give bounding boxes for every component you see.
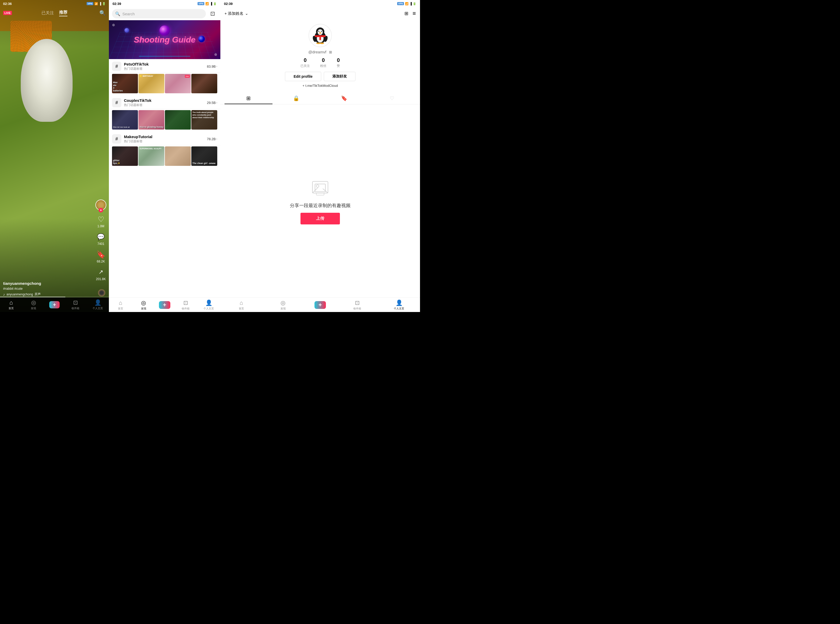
tab-following[interactable]: 已关注 bbox=[42, 10, 54, 16]
followers-stat[interactable]: 0 粉丝 bbox=[320, 57, 326, 68]
following-stat[interactable]: 0 已关注 bbox=[300, 57, 310, 68]
search-nav-inbox[interactable]: ⊡ 收件箱 bbox=[178, 300, 193, 310]
like-action[interactable]: ♡ 1.0M bbox=[96, 215, 105, 228]
profile-menu-icon[interactable]: ≡ bbox=[413, 10, 416, 17]
hashtag-count-makeup: 78.2B › bbox=[207, 137, 217, 141]
profile-nav-plus[interactable]: + bbox=[314, 301, 326, 309]
search-nav-home[interactable]: ⌂ 首页 bbox=[113, 300, 128, 310]
comment-action[interactable]: 💬 7401 bbox=[96, 232, 105, 246]
search-nav-discover[interactable]: ◎ 发现 bbox=[136, 300, 152, 310]
thumb-pets-1: Max ate 3 batteries bbox=[112, 74, 138, 93]
hashtag-sub-pets: 热门话题标签 bbox=[124, 66, 207, 71]
search-input-wrap[interactable]: 🔍 Search bbox=[112, 9, 206, 19]
profile-nav-me[interactable]: 👤 个人主页 bbox=[388, 300, 409, 310]
feed-nav-profile[interactable]: 👤 个人主页 bbox=[91, 299, 104, 310]
share-count: 201.8K bbox=[96, 277, 106, 281]
music-disc bbox=[98, 289, 105, 297]
feed-nav-home[interactable]: ⌂ 首页 bbox=[5, 299, 18, 310]
vpn-badge: VPN bbox=[87, 2, 94, 5]
creator-avatar-wrap[interactable]: + bbox=[95, 199, 106, 210]
follow-plus-icon[interactable]: + bbox=[99, 208, 103, 213]
thumb-her-badge: Her bbox=[185, 75, 190, 78]
search-bar-row: 🔍 Search ⊡ bbox=[109, 7, 220, 20]
search-battery: 🔋 bbox=[213, 2, 217, 5]
profile-share-icon[interactable]: ⊞ bbox=[404, 11, 408, 16]
chevron-right-icon: › bbox=[216, 65, 217, 68]
add-name-button[interactable]: + 添加姓名 ⌄ bbox=[224, 11, 248, 16]
lock-icon: 🔒 bbox=[293, 95, 299, 101]
feed-username: tianyuanmengchong bbox=[3, 281, 93, 286]
pets-thumb-grid: Max ate 3 batteries ⭐ BIRTHDAY Her bbox=[109, 74, 220, 93]
tab-liked[interactable]: 🔖 bbox=[320, 93, 368, 104]
battery-icon: 🔋 bbox=[102, 2, 106, 5]
profile-signal: 📶 bbox=[405, 2, 408, 5]
bookmark-count: 68.2K bbox=[97, 259, 105, 263]
s-compass-icon: ◎ bbox=[141, 300, 146, 306]
profile-nav-home[interactable]: ⌂ 首页 bbox=[231, 300, 252, 310]
hashtag-sub-couples: 热门话题标签 bbox=[124, 103, 207, 107]
search-signal: 📶 bbox=[205, 2, 209, 5]
search-nav-profile[interactable]: 👤 个人主页 bbox=[201, 300, 217, 310]
hashtag-section: # PetsOfTikTok 热门话题标签 83.9B › Max ate 3 … bbox=[109, 59, 220, 166]
profile-tabs: ⊞ 🔒 🔖 ♡ bbox=[220, 93, 420, 104]
feed-nav-discover[interactable]: ◎ 发现 bbox=[27, 299, 40, 310]
bookmark-action[interactable]: 🔖 68.2K bbox=[96, 250, 105, 263]
tab-locked[interactable]: 🔒 bbox=[272, 93, 320, 104]
profile-time: 02:39 bbox=[224, 2, 232, 6]
hashtag-name-pets: PetsOfTikTok bbox=[124, 62, 207, 66]
likes-stat[interactable]: 0 赞 bbox=[337, 57, 340, 68]
heart-tab-icon: ♡ bbox=[390, 95, 394, 101]
empty-state-text: 分享一段最近录制的有趣视频 bbox=[290, 202, 351, 209]
hashtag-icon-couples: # bbox=[112, 98, 121, 107]
hashtag-info-pets: PetsOfTikTok 热门话题标签 bbox=[124, 62, 207, 71]
likes-label: 赞 bbox=[337, 64, 340, 68]
couples-thumb-grid: She let me look at You're glowing honey … bbox=[109, 110, 220, 130]
feed-nav-plus[interactable]: + bbox=[49, 301, 60, 308]
svg-point-10 bbox=[319, 32, 321, 34]
likes-count: 0 bbox=[337, 57, 340, 63]
hashtag-row-pets[interactable]: # PetsOfTikTok 热门话题标签 83.9B › bbox=[109, 59, 220, 73]
chevron-down-icon: ⌄ bbox=[245, 11, 248, 16]
tab-videos[interactable]: ⊞ bbox=[224, 93, 272, 104]
thumb-makeup-1: glitter lips✨ bbox=[112, 147, 138, 166]
profile-link[interactable]: + t.me/TikTokModCloud bbox=[303, 84, 338, 88]
thumb-couples-label-2: You're glowing honey bbox=[139, 126, 163, 128]
feed-top-nav: LIVE 已关注 推荐 🔍 bbox=[0, 7, 109, 19]
feed-progress-bar bbox=[0, 297, 109, 297]
profile-nav-inbox[interactable]: ⊡ 收件箱 bbox=[347, 300, 368, 310]
hashtag-row-makeup[interactable]: # MakeupTutorial 热门话题标签 78.2B › bbox=[109, 132, 220, 145]
profile-avatar bbox=[308, 24, 332, 47]
profile-topbar-icons: ⊞ ≡ bbox=[404, 10, 416, 17]
svg-rect-22 bbox=[316, 193, 324, 195]
upload-button[interactable]: 上传 bbox=[300, 213, 340, 224]
profile-status-bar: 02:39 VPN 📶 ▐ 🔋 bbox=[220, 0, 420, 7]
edit-profile-button[interactable]: Edit profile bbox=[285, 72, 321, 81]
feed-tags: #rabbit #cute bbox=[3, 287, 93, 290]
thumb-makeup-4: The clean girl GRWM bbox=[191, 147, 217, 166]
like-count: 1.0M bbox=[97, 224, 105, 228]
tab-heart[interactable]: ♡ bbox=[368, 93, 416, 104]
search-status-icons: VPN 📶 ▐ 🔋 bbox=[198, 2, 217, 5]
thumb-makeup-label-1: glitter lips✨ bbox=[113, 159, 120, 165]
profile-username: @dreamvf ⊞ bbox=[308, 50, 332, 54]
thumb-pets-4 bbox=[191, 74, 217, 93]
search-content: ⊕ ⊕ Shooting Guide # PetsOfTikTok 热门话题标签… bbox=[109, 20, 220, 298]
feed-music: ♪ anyuanmengchong 原声 bbox=[3, 292, 93, 297]
s-inbox-icon: ⊡ bbox=[183, 300, 188, 306]
profile-nav-discover[interactable]: ◎ 发现 bbox=[273, 300, 294, 310]
makeup-thumb-grid: glitter lips✨ SUPERMODEL SCULPT The clea… bbox=[109, 147, 220, 166]
thumb-pets-3: Her bbox=[165, 74, 191, 93]
qr-scan-button[interactable]: ⊡ bbox=[208, 9, 217, 19]
tab-recommended[interactable]: 推荐 bbox=[59, 10, 67, 16]
thumb-makeup-3 bbox=[165, 147, 191, 166]
share-action[interactable]: ↗ 201.8K bbox=[96, 267, 106, 281]
feed-nav-inbox[interactable]: ⊡ 收件箱 bbox=[69, 299, 82, 310]
thumb-clean-girl-label: The clean girl bbox=[192, 162, 207, 165]
add-friend-button[interactable]: 添加好友 bbox=[324, 72, 356, 81]
search-nav-plus[interactable]: + bbox=[159, 301, 170, 309]
qr-small-icon[interactable]: ⊞ bbox=[329, 50, 332, 54]
search-button[interactable]: 🔍 bbox=[99, 10, 106, 16]
banner-sphere-3 bbox=[124, 28, 129, 32]
hashtag-row-couples[interactable]: # CouplesTikTok 热门话题标签 29.5B › bbox=[109, 95, 220, 109]
share-icon: ↗ bbox=[96, 267, 105, 277]
